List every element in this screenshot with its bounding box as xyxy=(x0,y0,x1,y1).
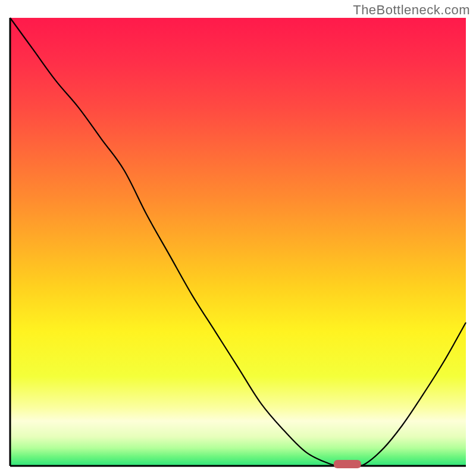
optimal-marker xyxy=(334,460,361,468)
figure: TheBottleneck.com xyxy=(0,0,476,476)
watermark-text: TheBottleneck.com xyxy=(353,2,470,18)
bottleneck-chart xyxy=(0,0,476,476)
plot-background xyxy=(10,18,466,466)
